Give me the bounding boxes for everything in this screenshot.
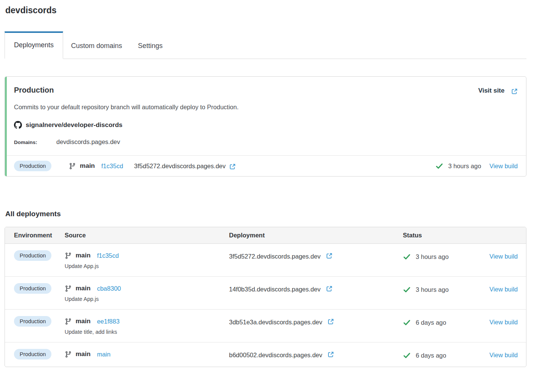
- domains-value: devdiscords.pages.dev: [56, 138, 120, 146]
- branch-name: main: [76, 350, 91, 358]
- deployment-url: 3f5d5272.devdiscords.pages.dev: [134, 163, 226, 170]
- view-build-link[interactable]: View build: [489, 319, 518, 325]
- git-branch-icon: [65, 285, 72, 292]
- view-build-link[interactable]: View build: [489, 352, 518, 358]
- github-icon: [14, 121, 22, 129]
- success-check-icon: [403, 319, 411, 327]
- branch-name: main: [76, 318, 91, 325]
- environment-badge: Production: [14, 349, 51, 359]
- environment-badge: Production: [14, 283, 51, 294]
- column-header-status: Status: [403, 232, 518, 239]
- production-card: Production Visit site Commits to your de…: [5, 76, 526, 177]
- tab-custom-domains[interactable]: Custom domains: [63, 33, 130, 59]
- column-header-deployment: Deployment: [229, 232, 403, 239]
- external-link-icon[interactable]: [326, 285, 333, 292]
- all-deployments-heading: All deployments: [5, 210, 526, 218]
- deployment-table-row: Production main main b6d00502.devdiscord…: [5, 342, 526, 367]
- git-branch-icon: [65, 252, 72, 259]
- environment-badge: Production: [14, 250, 51, 261]
- view-build-link[interactable]: View build: [489, 163, 518, 170]
- view-build-link[interactable]: View build: [489, 286, 518, 293]
- branch-name: main: [80, 162, 95, 170]
- deployment-time: 6 days ago: [416, 319, 446, 326]
- domains-label: Domains:: [14, 139, 56, 145]
- git-branch-icon: [65, 318, 72, 325]
- tab-bar: Deployments Custom domains Settings: [5, 31, 526, 59]
- external-link-icon[interactable]: [326, 253, 333, 259]
- git-branch-icon: [65, 351, 72, 358]
- pages-project-page: devdiscords Deployments Custom domains S…: [0, 0, 534, 373]
- deployment-url: 3db51e3a.devdiscords.pages.dev: [229, 319, 322, 325]
- commit-message: Update App.js: [65, 296, 229, 302]
- commit-message: Update title, add links: [65, 329, 229, 335]
- external-link-icon: [511, 88, 518, 95]
- view-build-link[interactable]: View build: [489, 253, 518, 260]
- production-card-description: Commits to your default repository branc…: [14, 104, 518, 111]
- external-link-icon[interactable]: [327, 351, 334, 358]
- environment-badge: Production: [14, 161, 51, 171]
- deployment-time: 3 hours ago: [448, 163, 481, 170]
- deployment-time: 3 hours ago: [416, 286, 449, 293]
- commit-link[interactable]: main: [97, 351, 111, 358]
- tab-deployments[interactable]: Deployments: [5, 31, 63, 59]
- deployments-table-header: Environment Source Deployment Status: [5, 227, 526, 244]
- external-link-icon[interactable]: [327, 318, 334, 325]
- commit-message: Update App.js: [65, 263, 229, 269]
- commit-link[interactable]: f1c35cd: [97, 252, 119, 259]
- deployment-time: 6 days ago: [416, 352, 446, 359]
- commit-link[interactable]: cba8300: [97, 285, 121, 292]
- column-header-source: Source: [65, 232, 229, 239]
- deployment-url: 14f0b35d.devdiscords.pages.dev: [229, 286, 320, 293]
- success-check-icon: [403, 286, 411, 294]
- deployment-url: 3f5d5272.devdiscords.pages.dev: [229, 253, 320, 260]
- commit-link[interactable]: ee1f883: [97, 318, 120, 325]
- production-deployment-row: Production main f1c35cd 3f5d5272.devdisc…: [5, 155, 526, 176]
- environment-badge: Production: [14, 316, 51, 327]
- branch-name: main: [76, 285, 91, 292]
- commit-link[interactable]: f1c35cd: [101, 163, 123, 170]
- page-title: devdiscords: [5, 5, 526, 15]
- deployment-url: b6d00502.devdiscords.pages.dev: [229, 352, 322, 358]
- deployment-table-row: Production main cba8300 Update App.js 14…: [5, 276, 526, 309]
- production-card-title: Production: [14, 86, 54, 95]
- success-check-icon: [403, 352, 411, 359]
- deployments-table-body: Production main f1c35cd Update App.js 3f…: [5, 244, 526, 367]
- deployments-table: Environment Source Deployment Status Pro…: [5, 227, 526, 367]
- deployment-table-row: Production main f1c35cd Update App.js 3f…: [5, 244, 526, 276]
- column-header-environment: Environment: [14, 232, 65, 239]
- success-check-icon: [435, 162, 443, 170]
- visit-site-link[interactable]: Visit site: [478, 87, 518, 95]
- repo-link[interactable]: signalnerve/developer-discords: [26, 121, 122, 129]
- tab-settings[interactable]: Settings: [130, 33, 170, 59]
- deployment-table-row: Production main ee1f883 Update title, ad…: [5, 309, 526, 342]
- deployment-time: 3 hours ago: [416, 253, 449, 260]
- branch-name: main: [76, 252, 91, 259]
- external-link-icon[interactable]: [229, 163, 236, 170]
- git-branch-icon: [69, 163, 76, 170]
- success-check-icon: [403, 253, 411, 261]
- visit-site-label: Visit site: [478, 87, 505, 95]
